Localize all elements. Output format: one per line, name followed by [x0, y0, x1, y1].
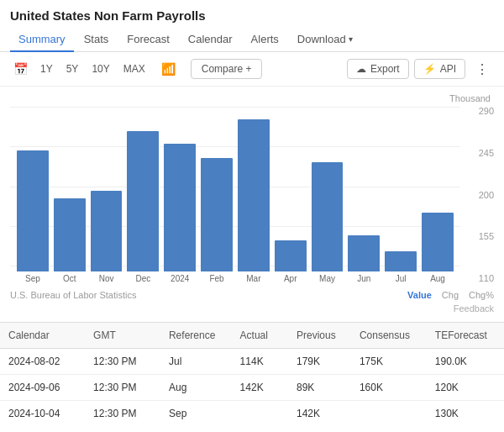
cell-gmt: 12:30 PM [85, 401, 160, 427]
bar-group: Nov [91, 191, 123, 283]
calendar-icon[interactable]: 📅 [10, 61, 31, 77]
bar-label: Mar [246, 274, 260, 283]
cell-actual: 114K [232, 349, 288, 375]
bars-area: SepOctNovDec2024FebMarAprMayJunJulAug [10, 107, 460, 283]
bar-label: Aug [430, 274, 445, 283]
bar[interactable] [275, 240, 307, 271]
th-consensus: Consensus [351, 323, 427, 349]
th-teforecast: TEForecast [427, 323, 504, 349]
table-row: 2024-10-0412:30 PMSep142K130K [0, 401, 504, 427]
page-wrapper: United States Non Farm Payrolls Summary … [0, 0, 504, 426]
period-10y[interactable]: 10Y [87, 61, 113, 76]
cell-reference: Jul [160, 349, 232, 375]
table-row: 2024-09-0612:30 PMAug142K89K160K120K [0, 375, 504, 401]
tab-summary[interactable]: Summary [10, 28, 74, 52]
cell-calendar: 2024-09-06 [0, 375, 85, 401]
tab-alerts[interactable]: Alerts [243, 28, 287, 52]
nav-tabs: Summary Stats Forecast Calendar Alerts D… [0, 28, 504, 52]
cell-teforecast: 190.0K [427, 349, 504, 375]
bar[interactable] [17, 150, 49, 271]
y-label-5: 290 [464, 107, 494, 116]
th-calendar: Calendar [0, 323, 85, 349]
bar[interactable] [385, 251, 417, 271]
y-axis-unit-label: Thousand [449, 93, 491, 103]
y-label-1: 110 [464, 274, 494, 283]
bar-group: Feb [201, 158, 233, 283]
tab-stats[interactable]: Stats [76, 28, 118, 52]
bar[interactable] [422, 213, 454, 271]
table-header-row: Calendar GMT Reference Actual Previous C… [0, 323, 504, 349]
cell-teforecast: 120K [427, 375, 504, 401]
bar-label: Dec [136, 274, 151, 283]
cell-actual: 142K [232, 375, 288, 401]
value-tab-value[interactable]: Value [407, 290, 432, 300]
cell-previous: 179K [288, 349, 351, 375]
cell-consensus: 160K [351, 375, 427, 401]
bar-group: Sep [17, 150, 49, 283]
chevron-down-icon: ▾ [349, 34, 353, 44]
value-tab-chg[interactable]: Chg [442, 290, 459, 300]
cell-calendar: 2024-10-04 [0, 401, 85, 427]
feedback-label: Feedback [0, 303, 504, 319]
bar[interactable] [54, 198, 86, 271]
th-previous: Previous [288, 323, 351, 349]
bar-label: 2024 [171, 274, 189, 283]
tab-calendar[interactable]: Calendar [180, 28, 241, 52]
value-tab-chgpct[interactable]: Chg% [469, 290, 494, 300]
bar-label: Nov [99, 274, 114, 283]
cell-actual [232, 401, 288, 427]
bar-group: Aug [422, 213, 454, 283]
toolbar: 📅 1Y 5Y 10Y MAX 📶 Compare + ☁ Export ⚡ A… [0, 52, 504, 87]
bar-group: May [312, 162, 344, 283]
bar-group: Mar [238, 119, 270, 283]
bar-group: 2024 [164, 144, 196, 283]
y-label-3: 200 [464, 191, 494, 200]
data-table-wrapper: Calendar GMT Reference Actual Previous C… [0, 322, 504, 426]
cell-previous: 89K [288, 375, 351, 401]
bar[interactable] [348, 235, 380, 271]
cell-gmt: 12:30 PM [85, 375, 160, 401]
bar-label: Oct [63, 274, 76, 283]
value-tabs: Value Chg Chg% [407, 290, 494, 300]
th-actual: Actual [232, 323, 288, 349]
bar[interactable] [201, 158, 233, 271]
chart-type-icon[interactable]: 📶 [158, 61, 179, 77]
cell-reference: Aug [160, 375, 232, 401]
bar[interactable] [127, 131, 159, 271]
export-button[interactable]: ☁ Export [347, 59, 409, 79]
bar-label: Feb [209, 274, 223, 283]
bar[interactable] [164, 144, 196, 271]
tab-forecast[interactable]: Forecast [118, 28, 178, 52]
table-body: 2024-08-0212:30 PMJul114K179K175K190.0K2… [0, 349, 504, 427]
bar-group: Oct [54, 198, 86, 283]
period-1y[interactable]: 1Y [36, 61, 57, 76]
more-icon[interactable]: ⋮ [470, 60, 494, 79]
tab-download[interactable]: Download ▾ [289, 28, 361, 52]
bar-group: Jun [348, 235, 380, 283]
bar-label: Apr [284, 274, 297, 283]
api-button[interactable]: ⚡ API [414, 59, 465, 79]
bar-group: Jul [385, 251, 417, 283]
source-label: U.S. Bureau of Labor Statistics [10, 290, 136, 300]
bar[interactable] [91, 191, 123, 271]
table-row: 2024-08-0212:30 PMJul114K179K175K190.0K [0, 349, 504, 375]
cell-previous: 142K [288, 401, 351, 427]
cell-consensus [351, 401, 427, 427]
chart-container: 110 155 200 245 290 SepOctNovDec2024FebM… [10, 107, 494, 283]
bar-label: Sep [25, 274, 40, 283]
chart-footer: U.S. Bureau of Labor Statistics Value Ch… [0, 288, 504, 303]
cell-teforecast: 130K [427, 401, 504, 427]
chart-area: Thousand 110 155 200 245 290 SepOctNovDe… [0, 87, 504, 288]
bar[interactable] [312, 162, 344, 271]
api-icon: ⚡ [423, 63, 436, 75]
cell-reference: Sep [160, 401, 232, 427]
period-max[interactable]: MAX [119, 61, 150, 76]
y-label-4: 245 [464, 149, 494, 158]
bar[interactable] [238, 119, 270, 271]
th-gmt: GMT [85, 323, 160, 349]
period-5y[interactable]: 5Y [62, 61, 83, 76]
compare-button[interactable]: Compare + [191, 59, 263, 79]
bar-label: May [319, 274, 335, 283]
data-table: Calendar GMT Reference Actual Previous C… [0, 323, 504, 426]
cell-calendar: 2024-08-02 [0, 349, 85, 375]
